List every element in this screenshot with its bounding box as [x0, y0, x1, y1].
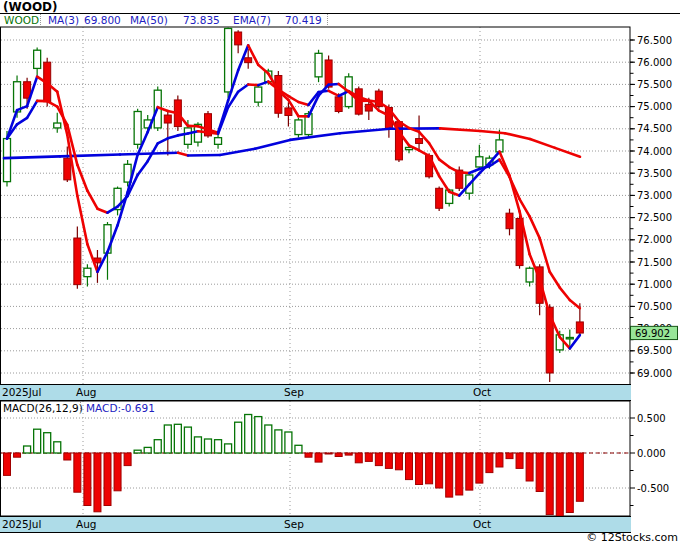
date-label: Sep: [284, 386, 304, 398]
svg-text:74.000: 74.000: [637, 146, 672, 157]
price-and-macd-chart-canvas: 76.50076.00075.50075.00074.50074.00073.5…: [0, 0, 680, 546]
x-axis-date-bar-top: 2025Jul Aug Sep Oct: [0, 384, 631, 401]
date-label: Aug: [76, 386, 97, 398]
date-label: Sep: [284, 518, 304, 530]
svg-text:69.902: 69.902: [635, 328, 670, 339]
stock-chart-page: (WOOD) WOOD MA(3) 69.800 MA(50) 73.835 E…: [0, 0, 680, 546]
macd-current-value: MACD:-0.691: [86, 402, 155, 414]
svg-text:0.000: 0.000: [637, 448, 666, 459]
date-label: Oct: [473, 518, 491, 530]
svg-text:69.000: 69.000: [637, 368, 672, 379]
svg-text:74.500: 74.500: [637, 123, 672, 134]
svg-text:75.000: 75.000: [637, 101, 672, 112]
svg-text:73.000: 73.000: [637, 190, 672, 201]
svg-text:73.500: 73.500: [637, 168, 672, 179]
svg-text:76.500: 76.500: [637, 35, 672, 46]
macd-label: MACD(26,12,9): [3, 402, 83, 414]
svg-text:75.500: 75.500: [637, 79, 672, 90]
svg-text:71.000: 71.000: [637, 279, 672, 290]
date-label: 2025Jul: [2, 386, 41, 398]
svg-text:71.500: 71.500: [637, 257, 672, 268]
svg-text:70.500: 70.500: [637, 301, 672, 312]
macd-legend-row: MACD(26,12,9) MACD:-0.691: [0, 402, 631, 415]
svg-text:76.000: 76.000: [637, 57, 672, 68]
svg-text:-0.500: -0.500: [637, 483, 669, 494]
site-watermark: © 12Stocks.com: [0, 531, 678, 546]
svg-text:72.500: 72.500: [637, 212, 672, 223]
date-label: 2025Jul: [2, 518, 41, 530]
date-label: Aug: [76, 518, 97, 530]
svg-text:0.500: 0.500: [637, 413, 666, 424]
date-label: Oct: [473, 386, 491, 398]
legend-separator: [80, 402, 81, 413]
svg-text:69.500: 69.500: [637, 345, 672, 356]
svg-text:72.000: 72.000: [637, 234, 672, 245]
